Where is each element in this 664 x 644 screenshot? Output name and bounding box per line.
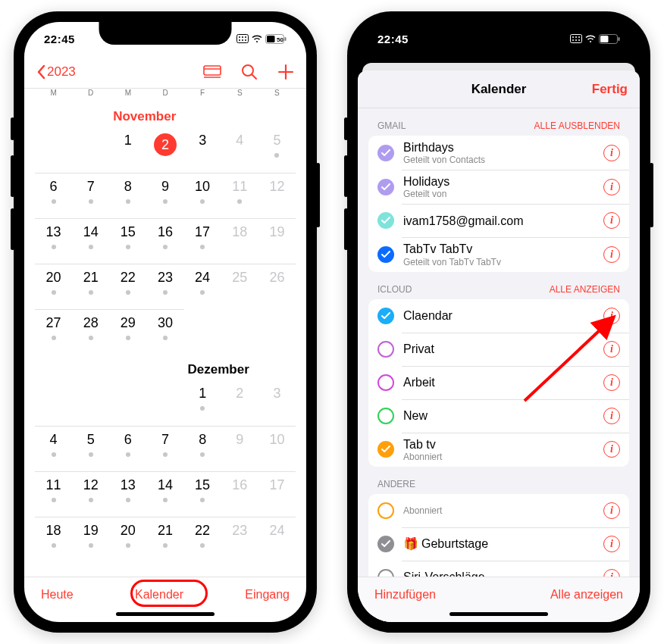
day-cell[interactable]: 1 (184, 380, 221, 426)
day-cell[interactable]: 24 (184, 264, 221, 309)
calendar-check[interactable] (377, 408, 394, 424)
section-action[interactable]: ALLE AUSBLENDEN (534, 120, 620, 131)
section-action[interactable]: ALLE ANZEIGEN (550, 284, 620, 295)
day-cell[interactable]: 23 (221, 517, 258, 562)
day-cell[interactable]: 17 (184, 218, 221, 264)
back-button[interactable]: 2023 (36, 64, 76, 80)
day-cell[interactable]: 6 (35, 173, 72, 218)
day-cell[interactable]: 3 (184, 127, 221, 173)
day-cell[interactable]: 22 (109, 264, 146, 309)
info-button[interactable]: i (603, 341, 620, 358)
info-button[interactable]: i (603, 145, 620, 161)
day-cell[interactable]: 18 (221, 218, 258, 264)
calendar-row[interactable]: BirthdaysGeteilt von Contactsi (368, 136, 629, 170)
calendar-check[interactable] (377, 569, 394, 577)
day-cell[interactable]: 26 (258, 264, 296, 309)
day-cell[interactable]: 6 (109, 426, 146, 471)
day-cell[interactable]: 16 (146, 218, 183, 264)
info-button[interactable]: i (603, 179, 620, 195)
day-cell[interactable]: 4 (221, 127, 258, 173)
day-cell[interactable]: 18 (35, 517, 72, 562)
calendars-button[interactable]: Kalender (135, 588, 183, 602)
today-button[interactable]: Heute (41, 588, 74, 602)
info-button[interactable]: i (603, 246, 620, 263)
day-cell[interactable]: 23 (146, 264, 183, 309)
day-cell[interactable]: 15 (109, 218, 146, 264)
calendar-row[interactable]: Siri-Vorschlägei (368, 561, 629, 577)
day-cell[interactable]: 8 (184, 426, 221, 471)
info-button[interactable]: i (603, 502, 620, 519)
day-cell[interactable]: 19 (258, 218, 296, 264)
day-cell[interactable]: 29 (109, 309, 146, 355)
day-cell[interactable]: 3 (258, 380, 296, 426)
day-cell[interactable]: 11 (35, 471, 72, 517)
calendar-row[interactable]: 🎁Geburtstagei (368, 527, 629, 561)
day-cell[interactable]: 2 (146, 127, 183, 173)
day-cell[interactable]: 5 (72, 426, 109, 471)
info-button[interactable]: i (603, 374, 620, 391)
day-cell[interactable]: 27 (35, 309, 72, 355)
day-cell[interactable]: 20 (109, 517, 146, 562)
day-cell[interactable]: 24 (258, 517, 296, 562)
home-indicator[interactable] (449, 612, 548, 616)
day-cell[interactable]: 19 (72, 517, 109, 562)
calendar-row[interactable]: HolidaysGeteilt voni (368, 170, 629, 204)
calendar-check[interactable] (377, 145, 394, 161)
day-cell[interactable]: 16 (221, 471, 258, 517)
inbox-button[interactable]: Eingang (245, 588, 290, 602)
calendar-check[interactable] (377, 502, 394, 519)
calendar-row[interactable]: Claendari (368, 299, 629, 333)
calendar-check[interactable] (377, 536, 394, 552)
day-cell[interactable]: 10 (184, 173, 221, 218)
day-cell[interactable]: 15 (184, 471, 221, 517)
day-cell[interactable]: 10 (258, 426, 296, 471)
day-cell[interactable]: 21 (146, 517, 183, 562)
day-cell[interactable]: 7 (72, 173, 109, 218)
info-button[interactable]: i (603, 569, 620, 577)
day-cell[interactable]: 14 (146, 471, 183, 517)
info-button[interactable]: i (603, 441, 620, 458)
calendar-row[interactable]: Arbeiti (368, 366, 629, 399)
day-cell[interactable]: 12 (72, 471, 109, 517)
sheet-body[interactable]: GMAILALLE AUSBLENDENBirthdaysGeteilt von… (358, 108, 640, 577)
search-icon[interactable] (241, 64, 258, 80)
calendar-row[interactable]: Tab tvAbonnierti (368, 433, 629, 467)
day-cell[interactable]: 22 (184, 517, 221, 562)
info-button[interactable]: i (603, 212, 620, 229)
info-button[interactable]: i (603, 536, 620, 552)
day-cell[interactable]: 8 (109, 173, 146, 218)
calendar-check[interactable] (377, 246, 394, 263)
day-cell[interactable]: 13 (35, 218, 72, 264)
day-cell[interactable]: 2 (221, 380, 258, 426)
day-cell[interactable]: 14 (72, 218, 109, 264)
add-calendar-button[interactable]: Hinzufügen (374, 588, 436, 602)
info-button[interactable]: i (603, 408, 620, 424)
day-cell[interactable]: 7 (146, 426, 183, 471)
day-cell[interactable]: 12 (258, 173, 296, 218)
calendar-row[interactable]: TabTv TabTvGeteilt von TabTv TabTvi (368, 237, 629, 271)
calendar-row[interactable]: ivam1758@gmail.comi (368, 204, 629, 237)
month-scroll[interactable]: November 1234567891011121314151617181920… (24, 102, 306, 577)
day-cell[interactable]: 28 (72, 309, 109, 355)
day-cell[interactable]: 1 (109, 127, 146, 173)
info-button[interactable]: i (603, 308, 620, 324)
day-cell[interactable]: 9 (146, 173, 183, 218)
calendar-check[interactable] (377, 341, 394, 358)
day-cell[interactable]: 11 (221, 173, 258, 218)
day-cell[interactable]: 20 (35, 264, 72, 309)
day-cell[interactable]: 17 (258, 471, 296, 517)
day-cell[interactable]: 9 (221, 426, 258, 471)
home-indicator[interactable] (116, 612, 215, 616)
add-icon[interactable] (277, 64, 294, 80)
show-all-button[interactable]: Alle anzeigen (550, 588, 623, 602)
day-cell[interactable]: 13 (109, 471, 146, 517)
calendar-check[interactable] (377, 374, 394, 391)
calendar-row[interactable]: Abonnierti (368, 494, 629, 527)
day-cell[interactable]: 4 (35, 426, 72, 471)
day-cell[interactable]: 25 (221, 264, 258, 309)
done-button[interactable]: Fertig (592, 82, 628, 97)
calendar-check[interactable] (377, 212, 394, 229)
day-cell[interactable]: 5 (258, 127, 296, 173)
calendar-check[interactable] (377, 308, 394, 324)
calendar-check[interactable] (377, 179, 394, 195)
